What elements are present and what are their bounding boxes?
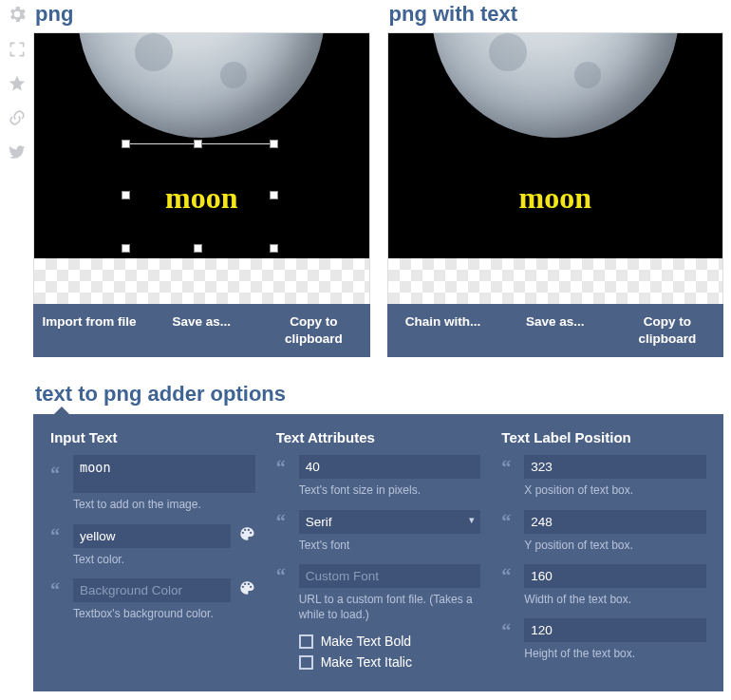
panel-source: png moon bbox=[33, 0, 370, 357]
text-color-desc: Text color. bbox=[73, 552, 255, 567]
x-position-desc: X position of text box. bbox=[524, 482, 706, 498]
col-title-input-text: Input Text bbox=[50, 429, 255, 445]
y-position-field[interactable] bbox=[524, 510, 706, 534]
twitter-icon[interactable] bbox=[8, 142, 27, 165]
quote-icon: “ bbox=[501, 621, 516, 640]
selection-handles[interactable] bbox=[34, 33, 369, 258]
save-as-button[interactable]: Save as... bbox=[499, 304, 611, 357]
quote-icon: “ bbox=[501, 458, 516, 477]
input-text-field[interactable]: moon bbox=[73, 455, 255, 493]
panel-result: png with text moon Chain with... Save as… bbox=[387, 0, 724, 357]
transparency-checker bbox=[33, 258, 370, 304]
width-desc: Width of the text box. bbox=[524, 592, 706, 607]
quote-icon: “ bbox=[276, 458, 291, 477]
options-title: text to png adder options bbox=[35, 382, 723, 407]
options-panel: Input Text “ moon Text to add on the ima… bbox=[33, 414, 723, 691]
x-position-field[interactable] bbox=[524, 455, 706, 479]
result-canvas: moon bbox=[387, 32, 724, 258]
gear-icon[interactable] bbox=[7, 4, 28, 28]
custom-font-field[interactable] bbox=[299, 564, 481, 588]
save-as-button[interactable]: Save as... bbox=[145, 304, 257, 357]
moon-image bbox=[432, 32, 679, 138]
y-position-desc: Y position of text box. bbox=[524, 538, 706, 553]
bg-color-desc: Textbox's background color. bbox=[73, 606, 255, 621]
col-title-position: Text Label Position bbox=[501, 429, 706, 445]
quote-icon: “ bbox=[50, 526, 66, 545]
bold-label: Make Text Bold bbox=[321, 634, 411, 649]
palette-icon[interactable] bbox=[238, 525, 255, 546]
copy-to-clipboard-button[interactable]: Copy to clipboard bbox=[257, 304, 369, 357]
palette-icon[interactable] bbox=[238, 579, 255, 600]
source-canvas[interactable]: moon bbox=[33, 32, 370, 258]
quote-icon: “ bbox=[501, 512, 516, 531]
options-col-text-attributes: Text Attributes “ Text's font size in pi… bbox=[276, 429, 481, 672]
result-text-overlay: moon bbox=[519, 180, 591, 216]
link-icon[interactable] bbox=[8, 108, 27, 131]
input-text-desc: Text to add on the image. bbox=[73, 497, 255, 512]
height-desc: Height of the text box. bbox=[524, 646, 706, 661]
italic-label: Make Text Italic bbox=[321, 654, 412, 670]
font-desc: Text's font bbox=[299, 538, 481, 553]
italic-checkbox[interactable] bbox=[299, 655, 313, 670]
quote-icon: “ bbox=[501, 566, 516, 585]
quote-icon: “ bbox=[276, 512, 291, 531]
quote-icon: “ bbox=[276, 566, 291, 585]
transparency-checker bbox=[387, 258, 724, 304]
side-tool-rail bbox=[0, 0, 33, 691]
panel-result-title: png with text bbox=[389, 2, 724, 27]
star-icon[interactable] bbox=[8, 74, 27, 97]
import-from-file-button[interactable]: Import from file bbox=[33, 304, 145, 357]
font-size-field[interactable] bbox=[299, 455, 481, 479]
font-size-desc: Text's font size in pixels. bbox=[299, 482, 481, 498]
font-select[interactable]: Serif bbox=[299, 510, 481, 534]
width-field[interactable] bbox=[524, 564, 706, 588]
source-action-bar: Import from file Save as... Copy to clip… bbox=[33, 304, 370, 357]
chain-with-button[interactable]: Chain with... bbox=[387, 304, 499, 357]
copy-to-clipboard-button[interactable]: Copy to clipboard bbox=[611, 304, 723, 357]
options-col-label-position: Text Label Position “ X position of text… bbox=[501, 429, 706, 672]
result-action-bar: Chain with... Save as... Copy to clipboa… bbox=[387, 304, 724, 357]
text-color-field[interactable] bbox=[73, 524, 231, 548]
height-field[interactable] bbox=[524, 618, 706, 642]
quote-icon: “ bbox=[50, 580, 66, 599]
col-title-attributes: Text Attributes bbox=[276, 429, 481, 445]
options-col-input-text: Input Text “ moon Text to add on the ima… bbox=[50, 429, 255, 672]
fullscreen-icon[interactable] bbox=[8, 40, 27, 63]
bg-color-field[interactable] bbox=[73, 578, 231, 602]
quote-icon: “ bbox=[50, 464, 66, 483]
panel-source-title: png bbox=[35, 2, 370, 27]
custom-font-desc: URL to a custom font file. (Takes a whil… bbox=[299, 592, 481, 622]
bold-checkbox[interactable] bbox=[299, 634, 313, 649]
